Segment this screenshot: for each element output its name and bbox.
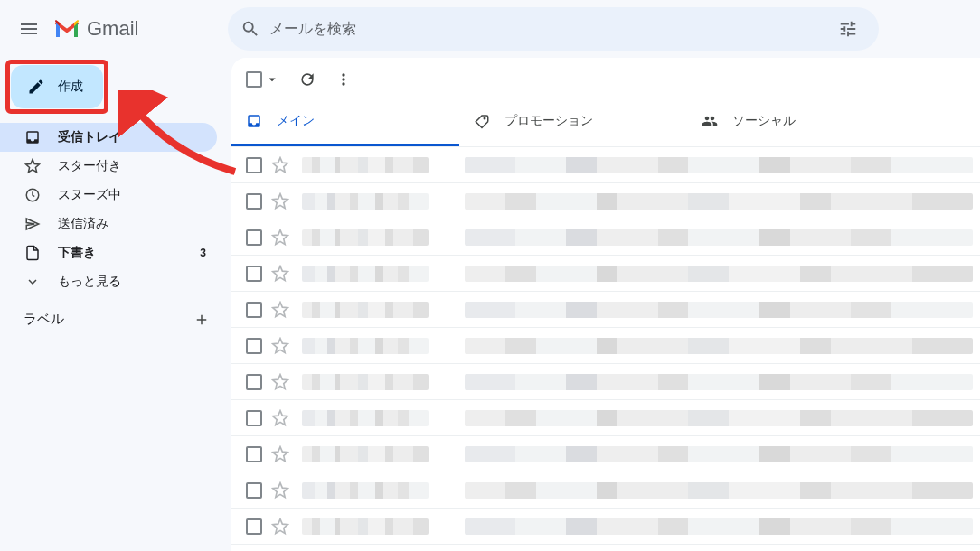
subject-redacted [465,193,973,210]
sidebar-item-count: 3 [200,247,206,259]
sender-redacted [302,482,429,499]
star-outline-icon [271,373,289,391]
star-button[interactable] [271,409,289,427]
row-checkbox[interactable] [246,338,262,354]
sender-redacted [302,374,429,390]
compose-label: 作成 [58,79,83,95]
sidebar-item-label: スター付き [58,158,121,174]
star-button[interactable] [271,481,289,500]
sidebar-item-file[interactable]: 下書き3 [0,238,217,267]
mail-row[interactable] [231,183,980,219]
sidebar-item-inbox[interactable]: 受信トレイ [0,123,217,152]
row-checkbox[interactable] [246,374,262,390]
gmail-logo-icon [54,19,80,39]
sender-redacted [302,193,429,210]
sidebar-item-label: スヌーズ中 [58,187,121,203]
inbox-icon [24,129,42,145]
toolbar [231,58,980,98]
sidebar-item-expand[interactable]: もっと見る [0,267,217,296]
main-panel: メインプロモーションソーシャル [231,58,980,551]
tag-icon [474,113,490,129]
compose-button[interactable]: 作成 [11,65,103,108]
search-input[interactable] [260,21,830,37]
menu-icon [18,18,40,40]
people-icon [702,113,718,129]
tab-label: メイン [277,113,315,129]
mail-row[interactable] [231,364,980,400]
header: Gmail [0,0,980,58]
tab-tag[interactable]: プロモーション [459,98,687,146]
star-button[interactable] [271,518,289,536]
star-outline-icon [271,409,289,427]
mail-row[interactable] [231,328,980,364]
sidebar-item-star[interactable]: スター付き [0,152,217,181]
expand-icon [24,274,42,290]
sidebar-item-label: 受信トレイ [58,129,121,145]
mail-row[interactable] [231,509,980,545]
row-checkbox[interactable] [246,410,262,426]
star-outline-icon [271,337,289,355]
plus-icon [193,312,210,328]
subject-redacted [465,518,973,535]
row-checkbox[interactable] [246,193,262,210]
nav-list: 受信トレイスター付きスヌーズ中送信済み下書き3もっと見る [0,123,231,296]
sender-redacted [302,410,429,426]
star-outline-icon [271,481,289,500]
subject-redacted [465,446,973,462]
add-label-button[interactable] [193,312,210,328]
star-outline-icon [271,229,289,247]
tab-inbox-tab[interactable]: メイン [231,98,459,146]
refresh-button[interactable] [298,70,316,89]
mail-list [231,147,980,551]
star-outline-icon [271,265,289,283]
logo[interactable]: Gmail [51,17,228,41]
star-button[interactable] [271,229,289,247]
star-button[interactable] [271,445,289,463]
row-checkbox[interactable] [246,266,262,282]
sidebar: 作成 受信トレイスター付きスヌーズ中送信済み下書き3もっと見る ラベル [0,58,231,551]
more-button[interactable] [335,70,353,89]
mail-row[interactable] [231,219,980,256]
star-outline-icon [271,192,289,210]
search-bar[interactable] [228,7,879,51]
mail-row[interactable] [231,436,980,472]
row-checkbox[interactable] [246,229,262,246]
inbox-tab-icon [246,113,262,129]
mail-row[interactable] [231,256,980,292]
mail-row[interactable] [231,292,980,328]
tab-people[interactable]: ソーシャル [687,98,915,146]
mail-row[interactable] [231,400,980,436]
row-checkbox[interactable] [246,446,262,462]
star-button[interactable] [271,373,289,391]
select-all-checkbox[interactable] [246,71,262,88]
main-menu-button[interactable] [7,7,51,51]
sidebar-item-clock[interactable]: スヌーズ中 [0,181,217,210]
star-button[interactable] [271,265,289,283]
search-options-button[interactable] [830,11,866,47]
subject-redacted [465,157,973,173]
subject-redacted [465,410,973,426]
row-checkbox[interactable] [246,482,262,499]
subject-redacted [465,266,973,282]
mail-row[interactable] [231,472,980,509]
more-vert-icon [335,70,353,89]
star-button[interactable] [271,301,289,319]
sender-redacted [302,229,429,246]
star-button[interactable] [271,337,289,355]
dropdown-arrow-icon [264,71,280,88]
sender-redacted [302,266,429,282]
row-checkbox[interactable] [246,302,262,318]
row-checkbox[interactable] [246,157,262,173]
mail-row[interactable] [231,147,980,183]
select-all[interactable] [246,71,280,88]
star-outline-icon [271,156,289,174]
sender-redacted [302,302,429,318]
tune-icon [838,19,858,39]
svg-point-1 [484,117,485,119]
star-button[interactable] [271,192,289,210]
row-checkbox[interactable] [246,518,262,535]
sender-redacted [302,157,429,173]
tab-label: プロモーション [504,113,593,129]
star-button[interactable] [271,156,289,174]
sidebar-item-send[interactable]: 送信済み [0,210,217,238]
